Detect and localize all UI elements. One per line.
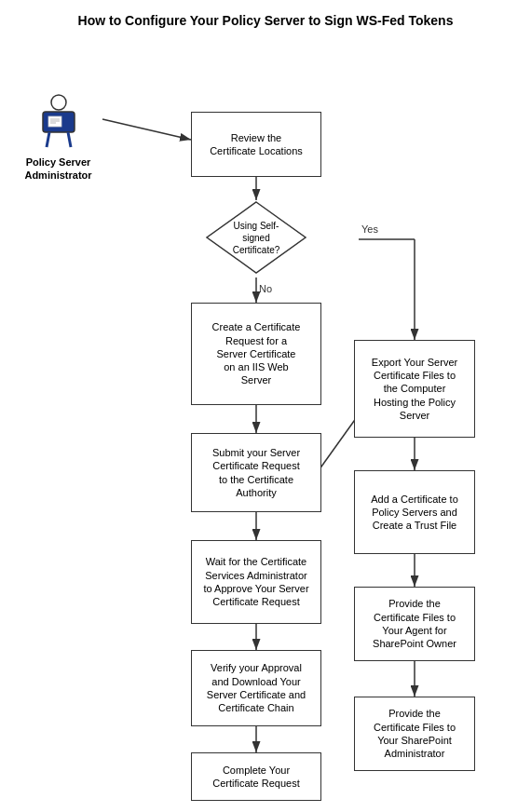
box-complete: Complete Your Certificate Request (191, 752, 321, 801)
box-submit: Submit your Server Certificate Request t… (191, 433, 321, 512)
page-title: How to Configure Your Policy Server to S… (9, 9, 522, 32)
box-export: Export Your Server Certificate Files to … (354, 340, 475, 438)
box-provide-agent: Provide the Certificate Files to Your Ag… (354, 587, 475, 661)
svg-text:No: No (259, 283, 272, 294)
svg-line-6 (47, 132, 49, 147)
actor: Policy Server Administrator (19, 93, 98, 183)
box-add-cert: Add a Certificate to Policy Servers and … (354, 470, 475, 554)
diamond-label: Using Self- signed Certificate? (224, 220, 289, 256)
box-provide-admin: Provide the Certificate Files to Your Sh… (354, 697, 475, 771)
box-review: Review the Certificate Locations (191, 112, 321, 177)
box-verify: Verify your Approval and Download Your S… (191, 650, 321, 726)
diamond-selfsigned: Using Self- signed Certificate? (205, 200, 307, 275)
svg-point-0 (51, 95, 66, 110)
svg-rect-2 (48, 116, 61, 127)
diagram-container: Policy Server Administrator No Yes (9, 47, 522, 810)
svg-text:Yes: Yes (361, 223, 378, 235)
actor-label: Policy Server Administrator (19, 156, 98, 183)
box-create-cert: Create a Certificate Request for a Serve… (191, 303, 321, 405)
box-wait: Wait for the Certificate Services Admini… (191, 540, 321, 624)
svg-line-9 (102, 119, 191, 140)
svg-line-7 (68, 132, 71, 147)
